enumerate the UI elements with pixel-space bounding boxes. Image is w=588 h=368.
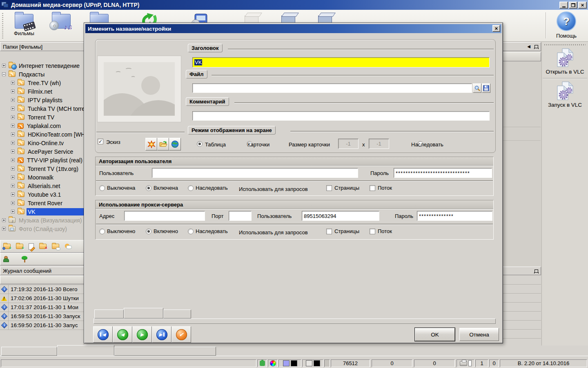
tree-expander-icon[interactable] bbox=[2, 218, 6, 222]
add-media-folder-icon[interactable]: + bbox=[3, 244, 11, 249]
radio-table[interactable] bbox=[197, 141, 203, 147]
dialog-tab[interactable] bbox=[94, 310, 124, 319]
thumbnail-checkbox[interactable] bbox=[98, 139, 103, 144]
toolbar-help-button[interactable]: ? Помощь bbox=[548, 11, 585, 39]
footer-tab[interactable] bbox=[114, 347, 216, 356]
checkbox-option[interactable]: Страницы bbox=[326, 185, 370, 191]
tree-expander-icon[interactable] bbox=[11, 90, 15, 93]
tree-expander-icon[interactable] bbox=[2, 64, 6, 67]
tree-item[interactable]: Tree.TV (wh) bbox=[0, 79, 84, 87]
web-thumb-button[interactable] bbox=[169, 138, 181, 150]
tree-expander-icon[interactable] bbox=[11, 167, 15, 171]
tree-item[interactable]: Tuchka TV (MCH torren bbox=[0, 104, 84, 113]
toolbar-grip[interactable] bbox=[2, 13, 3, 38]
tree-item[interactable]: AcePayer Service bbox=[0, 147, 84, 156]
tree-item[interactable]: Yaplakal.com bbox=[0, 121, 84, 130]
user-icon[interactable] bbox=[3, 256, 10, 262]
tree-expander-icon[interactable] bbox=[11, 175, 15, 179]
tree-expander-icon[interactable] bbox=[11, 184, 15, 188]
comment-input[interactable] bbox=[192, 111, 490, 121]
tree-item[interactable]: Фото (Слайд-шоу) bbox=[0, 224, 84, 233]
ok-button[interactable]: OK bbox=[415, 328, 455, 341]
cancel-button[interactable]: Отмена bbox=[459, 328, 499, 341]
auth-user-input[interactable] bbox=[152, 168, 358, 178]
tree-expander-icon[interactable] bbox=[2, 227, 6, 231]
toolbar-movies-button[interactable]: Фильмы bbox=[5, 11, 43, 36]
dialog-close-button[interactable]: × bbox=[492, 25, 500, 32]
tree-expander-icon[interactable] bbox=[11, 201, 15, 205]
tree-item[interactable]: Torrent Rover bbox=[0, 199, 84, 207]
log-row[interactable]: 16:59:53 2016-11-30 Запуск bbox=[0, 312, 84, 321]
tree-expander-icon[interactable] bbox=[11, 210, 15, 213]
checkbox-option[interactable]: Поток bbox=[370, 185, 392, 191]
save-file-button[interactable] bbox=[482, 83, 490, 93]
rename-icon[interactable] bbox=[29, 243, 34, 250]
title-input[interactable]: VK bbox=[192, 57, 490, 67]
proxy-user-input[interactable]: 89515063294 bbox=[302, 211, 379, 221]
radio-option[interactable]: Включено bbox=[146, 228, 188, 234]
checkbox-option[interactable]: Поток bbox=[370, 228, 392, 234]
tree-item[interactable]: Интернет телевидение bbox=[0, 61, 84, 70]
radio-option[interactable]: Наследовать bbox=[188, 228, 239, 234]
checkbox-option[interactable]: Страницы bbox=[326, 228, 370, 234]
palm-icon[interactable] bbox=[21, 256, 28, 263]
pin-icon[interactable] bbox=[535, 269, 538, 273]
collapse-icon[interactable]: ◀ bbox=[527, 45, 530, 49]
pin-icon[interactable] bbox=[535, 45, 538, 48]
log-row[interactable]: 17:19:32 2016-11-30 Всего bbox=[0, 285, 84, 294]
footer-tab[interactable] bbox=[1, 347, 57, 356]
tree-item[interactable]: TTV-VIP playlist (real) bbox=[0, 156, 84, 164]
tree-expander-icon[interactable] bbox=[11, 98, 15, 102]
tree-item[interactable]: Moonwalk bbox=[0, 173, 84, 182]
tree-item[interactable]: Torrent TV (1ttv.org) bbox=[0, 164, 84, 173]
toolbar-music-button[interactable]: ♪♫ bbox=[42, 11, 80, 30]
nav-button[interactable]: ✔ bbox=[172, 326, 191, 343]
tree-expander-icon[interactable] bbox=[11, 150, 15, 153]
folder-cloud-icon[interactable] bbox=[52, 244, 59, 249]
load-thumb-button[interactable] bbox=[157, 138, 169, 150]
tree-expander-icon[interactable] bbox=[11, 158, 15, 162]
run-in-vlc-button[interactable]: Запуск в VLC bbox=[542, 81, 588, 108]
nav-button[interactable]: ▶ bbox=[132, 326, 152, 343]
browse-file-button[interactable] bbox=[473, 83, 481, 93]
log-row[interactable]: 17:02:06 2016-11-30 Шутки bbox=[0, 294, 84, 303]
tree-expander-icon[interactable] bbox=[11, 141, 15, 145]
file-input[interactable] bbox=[192, 83, 472, 93]
proxy-password-input[interactable]: ************** bbox=[417, 211, 492, 221]
dialog-tab[interactable] bbox=[124, 308, 163, 319]
tree-expander-icon[interactable] bbox=[11, 81, 15, 85]
restore-button[interactable] bbox=[569, 2, 577, 9]
tree-expander-icon[interactable] bbox=[11, 107, 15, 110]
proxy-port-input[interactable] bbox=[229, 211, 252, 221]
minimize-button[interactable] bbox=[559, 2, 568, 9]
tree-item[interactable]: VK bbox=[0, 207, 84, 216]
weather-icon[interactable] bbox=[65, 244, 71, 249]
nav-button[interactable]: ▶ bbox=[152, 326, 172, 343]
tree-item[interactable]: Музыка (Визуализация) bbox=[0, 216, 84, 224]
tree-item[interactable]: Подкасты bbox=[0, 70, 84, 79]
tree-item[interactable]: Allserials.net bbox=[0, 182, 84, 190]
auth-password-input[interactable]: ****************************** bbox=[394, 168, 492, 178]
tree-item[interactable]: HDKinoTeatr.com [WH] bbox=[0, 130, 84, 139]
radio-option[interactable]: Выключена bbox=[99, 185, 146, 191]
close-button[interactable]: × bbox=[578, 2, 587, 9]
tree-item[interactable]: Youtube v3.1 bbox=[0, 190, 84, 199]
dialog-tab[interactable] bbox=[163, 310, 191, 319]
radio-option[interactable]: Наследовать bbox=[188, 185, 239, 191]
proxy-address-input[interactable] bbox=[124, 211, 205, 221]
log-row[interactable]: 16:59:50 2016-11-30 Запус bbox=[0, 321, 84, 330]
tree-expander-icon[interactable] bbox=[11, 132, 15, 136]
tree-item[interactable]: Filmix.net bbox=[0, 87, 84, 96]
tree-expander-icon[interactable] bbox=[11, 115, 15, 119]
tree-expander-icon[interactable] bbox=[2, 72, 6, 76]
tree-item[interactable]: Kino-Online.tv bbox=[0, 139, 84, 147]
log-row[interactable]: 17:01:37 2016-11-30 1 Мои bbox=[0, 303, 84, 312]
nav-button[interactable]: ◀ bbox=[113, 326, 132, 343]
tree-expander-icon[interactable] bbox=[11, 193, 15, 196]
radio-option[interactable]: Выключено bbox=[99, 228, 146, 234]
tree-item[interactable]: IPTV playlists bbox=[0, 96, 84, 104]
radio-option[interactable]: Включена bbox=[146, 185, 188, 191]
nav-button[interactable]: ◀ bbox=[93, 326, 113, 343]
reset-thumb-button[interactable] bbox=[145, 138, 157, 150]
add-folder-icon[interactable]: + bbox=[16, 244, 23, 249]
